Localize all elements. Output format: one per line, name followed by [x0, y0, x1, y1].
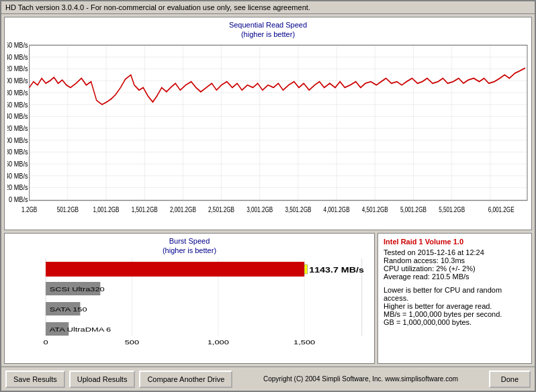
svg-rect-42 — [30, 45, 527, 200]
svg-text:6,001.2GE: 6,001.2GE — [488, 206, 515, 213]
svg-text:220 MB/s: 220 MB/s — [7, 64, 28, 72]
svg-text:3,501.2GB: 3,501.2GB — [285, 206, 311, 213]
svg-text:40 MB/s: 40 MB/s — [7, 171, 28, 179]
svg-rect-62 — [304, 264, 307, 274]
svg-text:1.2GB: 1.2GB — [21, 206, 37, 213]
svg-text:SCSI Ultra320: SCSI Ultra320 — [50, 285, 105, 292]
info-line-4: Average read: 210.5 MB/s — [384, 273, 526, 281]
info-line-5: Lower is better for CPU and random acces… — [384, 286, 526, 302]
svg-text:140 MB/s: 140 MB/s — [7, 112, 28, 120]
svg-text:ATA UltraDMA 6: ATA UltraDMA 6 — [50, 326, 111, 332]
footer: Save Results Upload Results Compare Anot… — [1, 366, 535, 391]
compare-another-drive-button[interactable]: Compare Another Drive — [139, 371, 232, 388]
upload-results-button[interactable]: Upload Results — [69, 371, 136, 388]
svg-text:4,001.2GB: 4,001.2GB — [324, 206, 350, 213]
svg-text:5,501.2GB: 5,501.2GB — [439, 206, 465, 213]
svg-text:3,001.2GB: 3,001.2GB — [247, 206, 273, 213]
seq-chart-svg: 260 MB/s 240 MB/s 220 MB/s 200 MB/s 180 … — [7, 41, 529, 228]
svg-text:1143.7 MB/s: 1143.7 MB/s — [309, 266, 364, 274]
burst-speed-chart: Burst Speed (higher is better) 1143.7 MB… — [4, 233, 375, 364]
seq-chart-area: 260 MB/s 240 MB/s 220 MB/s 200 MB/s 180 … — [7, 41, 529, 228]
svg-text:80 MB/s: 80 MB/s — [7, 148, 28, 156]
info-line-6: Higher is better for average read. — [384, 302, 526, 310]
info-panel: Intel Raid 1 Volume 1.0 Tested on 2015-1… — [377, 233, 532, 364]
title-bar: HD Tach version 3.0.4.0 - For non-commer… — [1, 1, 535, 14]
copyright-text: Copyright (C) 2004 Simpli Software, Inc.… — [236, 375, 484, 383]
svg-text:20 MB/s: 20 MB/s — [7, 183, 28, 191]
bottom-section: Burst Speed (higher is better) 1143.7 MB… — [4, 233, 532, 364]
info-line-1: Tested on 2015-12-16 at 12:24 — [384, 248, 526, 256]
svg-text:SATA 150: SATA 150 — [50, 305, 87, 312]
svg-text:1,001.2GB: 1,001.2GB — [93, 206, 120, 213]
svg-text:100 MB/s: 100 MB/s — [7, 136, 28, 144]
burst-chart-svg: 1143.7 MB/s SCSI Ultra320 SATA 150 ATA U… — [7, 258, 371, 352]
svg-text:500: 500 — [125, 338, 139, 345]
info-line-2: Random access: 10.3ms — [384, 256, 526, 264]
svg-text:4,501.2GB: 4,501.2GB — [362, 206, 388, 213]
svg-text:5,001.2GB: 5,001.2GB — [400, 206, 427, 213]
svg-text:160 MB/s: 160 MB/s — [7, 100, 28, 108]
svg-text:260 MB/s: 260 MB/s — [7, 41, 28, 49]
sequential-read-chart: Sequential Read Speed (higher is better)… — [4, 17, 532, 230]
svg-text:2,001.2GB: 2,001.2GB — [170, 206, 196, 213]
info-line-7: MB/s = 1,000,000 bytes per second. — [384, 310, 526, 318]
svg-text:2,501.2GB: 2,501.2GB — [208, 206, 234, 213]
info-line-3: CPU utilization: 2% (+/- 2%) — [384, 264, 526, 273]
save-results-button[interactable]: Save Results — [5, 371, 65, 388]
info-line-8: GB = 1,000,000,000 bytes. — [384, 318, 526, 326]
svg-text:200 MB/s: 200 MB/s — [7, 77, 28, 85]
main-content: Sequential Read Speed (higher is better)… — [1, 14, 535, 366]
done-button[interactable]: Done — [489, 371, 531, 388]
svg-text:1,000: 1,000 — [208, 338, 229, 345]
svg-text:240 MB/s: 240 MB/s — [7, 52, 28, 60]
svg-rect-61 — [46, 262, 304, 277]
drive-name: Intel Raid 1 Volume 1.0 — [384, 238, 526, 246]
svg-text:501.2GB: 501.2GB — [57, 206, 79, 213]
main-window: HD Tach version 3.0.4.0 - For non-commer… — [0, 0, 536, 392]
svg-text:0 MB/s: 0 MB/s — [9, 195, 28, 203]
svg-text:0: 0 — [43, 338, 48, 345]
title-text: HD Tach version 3.0.4.0 - For non-commer… — [5, 3, 310, 11]
seq-chart-title: Sequential Read Speed (higher is better) — [7, 20, 529, 40]
burst-chart-title: Burst Speed (higher is better) — [7, 236, 371, 256]
svg-text:1,500: 1,500 — [294, 338, 315, 345]
svg-text:60 MB/s: 60 MB/s — [7, 160, 28, 168]
svg-text:1,501.2GB: 1,501.2GB — [132, 206, 158, 213]
svg-text:180 MB/s: 180 MB/s — [7, 89, 28, 97]
svg-text:120 MB/s: 120 MB/s — [7, 124, 28, 132]
